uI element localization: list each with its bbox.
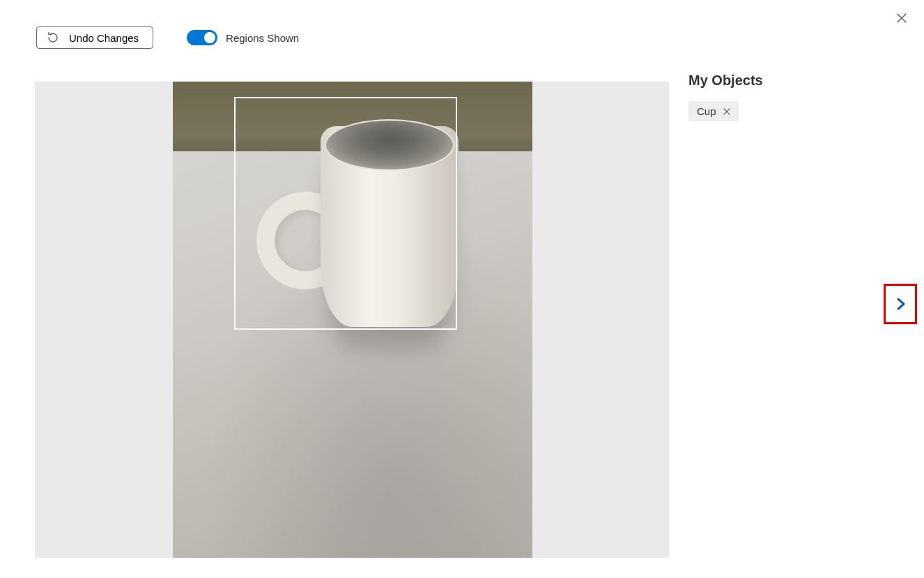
close-button[interactable] (892, 8, 911, 28)
regions-toggle[interactable] (187, 30, 217, 45)
chevron-right-icon (892, 294, 909, 314)
regions-toggle-group: Regions Shown (187, 30, 299, 45)
close-icon (895, 11, 909, 25)
undo-changes-label: Undo Changes (69, 32, 139, 44)
object-tag-label: Cup (697, 105, 716, 117)
object-tag[interactable]: Cup (688, 101, 739, 121)
editor-toolbar: Undo Changes Regions Shown (36, 26, 299, 49)
undo-changes-button[interactable]: Undo Changes (36, 26, 153, 49)
toggle-knob (204, 32, 215, 43)
remove-tag-button[interactable] (722, 107, 732, 116)
objects-panel: My Objects Cup (688, 73, 882, 121)
next-image-button[interactable] (884, 284, 917, 324)
bounding-box-region[interactable] (234, 97, 457, 330)
close-icon (722, 107, 732, 116)
image-stage (35, 82, 669, 558)
undo-icon (47, 31, 59, 44)
regions-toggle-label: Regions Shown (226, 32, 299, 44)
objects-panel-title: My Objects (688, 73, 882, 89)
